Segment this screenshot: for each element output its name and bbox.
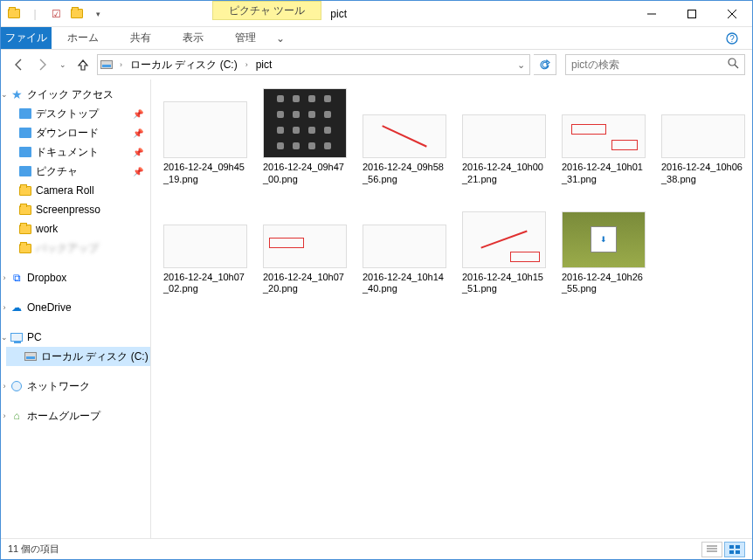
ribbon-expand-icon[interactable]: ⌄ [272, 27, 289, 49]
file-item[interactable]: 2016-12-24_09h47_00.png [263, 88, 347, 186]
chevron-right-icon[interactable]: › [117, 60, 125, 69]
address-dropdown-icon[interactable]: ⌄ [515, 59, 528, 71]
qat-newfolder-icon[interactable] [67, 4, 86, 24]
tree-dropbox[interactable]: › ⧉ Dropbox [6, 268, 150, 287]
star-icon: ★ [10, 87, 24, 101]
thumbnail [363, 114, 446, 158]
search-box[interactable] [565, 54, 745, 75]
file-item[interactable]: 2016-12-24_10h15_51.png [462, 198, 546, 296]
status-item-count: 11 個の項目 [8, 543, 59, 556]
tree-label: work [36, 223, 58, 235]
thumbnail [263, 88, 347, 158]
nav-back-button[interactable] [8, 54, 29, 75]
tree-label: Camera Roll [36, 184, 94, 197]
tree-homegroup[interactable]: › ⌂ ホームグループ [6, 406, 150, 425]
breadcrumb-leaf[interactable]: pict [254, 59, 274, 71]
tree-item[interactable]: ダウンロード📌 [6, 123, 150, 142]
ribbon-help-icon[interactable]: ? [712, 27, 752, 49]
tree-onedrive[interactable]: › ☁ OneDrive [6, 298, 150, 317]
ribbon-tab-manage[interactable]: 管理 [219, 27, 272, 49]
window-title: pict [330, 1, 347, 26]
breadcrumb-root[interactable]: ローカル ディスク (C:) [128, 58, 239, 73]
thumbnail [562, 114, 646, 158]
close-button[interactable] [712, 1, 752, 27]
file-item[interactable]: 2016-12-24_10h00_21.png [462, 88, 546, 186]
svg-point-6 [729, 59, 736, 66]
tree-item[interactable]: work [6, 219, 150, 239]
ribbon-file-tab[interactable]: ファイル [1, 27, 52, 49]
file-item[interactable]: 2016-12-24_10h06_38.png [661, 88, 745, 186]
refresh-button[interactable] [534, 54, 556, 75]
thumbnail [163, 101, 247, 158]
ribbon-tab-view[interactable]: 表示 [167, 27, 219, 49]
tree-item[interactable]: ドキュメント📌 [6, 142, 150, 162]
nav-forward-button [32, 54, 53, 75]
chevron-right-icon[interactable]: › [243, 60, 251, 69]
maximize-button[interactable] [672, 1, 712, 27]
navigation-tree[interactable]: ⌄ ★ クイック アクセス デスクトップ📌ダウンロード📌ドキュメント📌ピクチャ📌… [1, 80, 151, 538]
svg-text:?: ? [729, 34, 735, 44]
tree-item[interactable]: ピクチャ📌 [6, 162, 150, 181]
thumbnail [462, 211, 546, 268]
thumbnail: ⬇ [562, 211, 646, 268]
expand-icon[interactable]: › [1, 303, 10, 312]
nav-up-button[interactable] [73, 54, 93, 75]
thumbnail [163, 225, 247, 268]
qat-folder-icon[interactable] [4, 4, 24, 24]
tree-item-blurred[interactable]: バックアップ [6, 239, 150, 258]
title-bar: | ☑ ▾ ピクチャ ツール pict [1, 1, 752, 27]
file-item[interactable]: ⬇2016-12-24_10h26_55.png [562, 198, 646, 296]
view-thumbnails-button[interactable] [724, 542, 745, 557]
network-icon [10, 379, 24, 393]
file-list[interactable]: 2016-12-24_09h45_19.png2016-12-24_09h47_… [151, 80, 752, 538]
tree-item[interactable]: Screenpresso [6, 200, 150, 219]
drive-icon [100, 58, 114, 72]
file-name: 2016-12-24_09h47_00.png [263, 162, 347, 186]
tree-network[interactable]: › ネットワーク [6, 377, 150, 396]
ribbon-tab-share[interactable]: 共有 [114, 27, 167, 49]
tree-item[interactable]: デスクトップ📌 [6, 104, 150, 123]
tree-item[interactable]: Camera Roll [6, 181, 150, 200]
file-item[interactable]: 2016-12-24_09h58_56.png [363, 88, 446, 186]
ribbon: ファイル ホーム 共有 表示 管理 ⌄ ? [1, 27, 752, 50]
pc-icon [10, 330, 24, 344]
contextual-tool-tab[interactable]: ピクチャ ツール [212, 1, 321, 20]
view-details-button[interactable] [701, 542, 722, 557]
file-item[interactable]: 2016-12-24_10h01_31.png [562, 88, 646, 186]
tree-label: OneDrive [27, 301, 72, 314]
nav-recent-dropdown[interactable]: ⌄ [57, 54, 69, 75]
folder-icon [18, 241, 32, 255]
expand-icon[interactable]: › [1, 382, 10, 391]
tree-label: クイック アクセス [27, 87, 114, 102]
file-item[interactable]: 2016-12-24_10h07_02.png [163, 198, 247, 296]
minimize-button[interactable] [632, 1, 672, 27]
expand-icon[interactable]: ⌄ [1, 90, 10, 99]
tree-label: ダウンロード [36, 126, 99, 141]
status-bar: 11 個の項目 [1, 538, 752, 559]
svg-line-7 [735, 65, 738, 68]
address-input[interactable]: › ローカル ディスク (C:) › pict ⌄ [97, 54, 530, 75]
svg-rect-16 [736, 545, 740, 549]
tree-local-disk[interactable]: ローカル ディスク (C:) [6, 347, 150, 366]
expand-icon[interactable]: › [1, 411, 10, 420]
file-item[interactable]: 2016-12-24_10h07_20.png [263, 198, 347, 296]
tree-label: Screenpresso [36, 204, 100, 216]
file-item[interactable]: 2016-12-24_09h45_19.png [163, 88, 247, 186]
expand-icon[interactable]: › [1, 273, 10, 282]
search-input[interactable] [571, 59, 728, 71]
tree-pc[interactable]: ⌄ PC [6, 328, 150, 347]
search-icon[interactable] [728, 58, 739, 72]
svg-rect-10 [19, 147, 31, 157]
address-bar: ⌄ › ローカル ディスク (C:) › pict ⌄ [1, 50, 752, 80]
file-name: 2016-12-24_10h06_38.png [661, 162, 745, 186]
thumbnail [263, 225, 347, 268]
qat-properties-icon[interactable]: ☑ [46, 4, 66, 24]
qat-dropdown-icon[interactable]: ▾ [88, 4, 107, 24]
expand-icon[interactable]: ⌄ [1, 333, 10, 342]
ribbon-tab-home[interactable]: ホーム [52, 27, 114, 49]
file-item[interactable]: 2016-12-24_10h14_40.png [363, 198, 446, 296]
file-name: 2016-12-24_09h45_19.png [163, 162, 247, 186]
dropbox-icon: ⧉ [10, 271, 24, 285]
tree-quick-access[interactable]: ⌄ ★ クイック アクセス [6, 85, 150, 104]
svg-rect-8 [19, 108, 31, 119]
